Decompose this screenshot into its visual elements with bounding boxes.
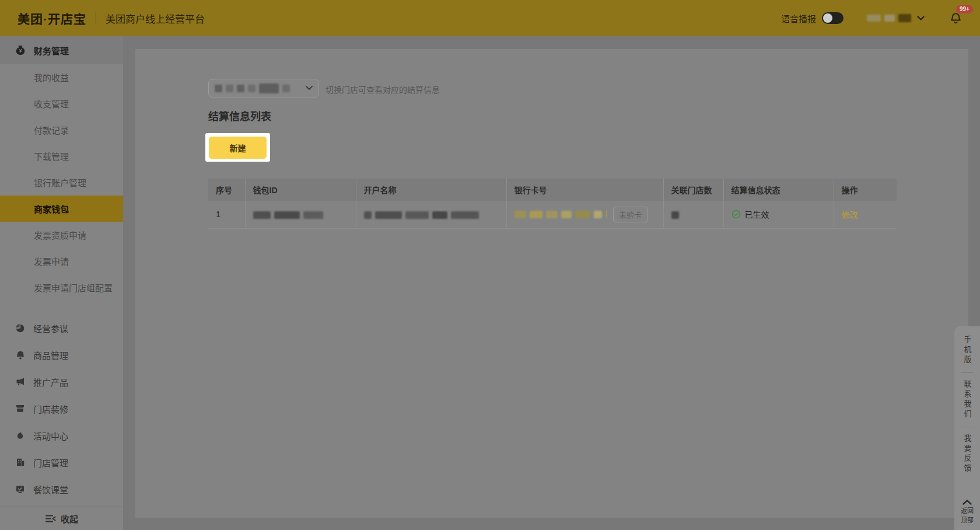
store-select-dropdown[interactable] [208,79,319,97]
classroom-book-icon [15,484,25,494]
chevron-down-icon [917,16,925,21]
sidebar-item-merchant-wallet[interactable]: 商家钱包 [0,196,123,222]
back-to-top-button[interactable]: 返回顶部 [960,500,974,525]
toolbar-divider [961,427,974,427]
header-right-group: 语音播报 99+ [781,11,963,25]
svg-text:¥: ¥ [19,48,22,54]
voice-broadcast-toggle[interactable] [822,12,844,24]
store-count-redacted [671,211,679,219]
bank-card-redacted [514,211,602,218]
shop-building-icon [15,458,25,467]
table-row: 1 [208,201,897,228]
col-header-wallet-id: 钱包ID [245,179,356,201]
sidebar-item-download-management[interactable]: 下载管理 [0,143,123,169]
cell-bank-card: | 未验卡 [506,201,663,228]
toolbar-divider [961,372,974,373]
col-header-index: 序号 [208,179,245,201]
account-name-redacted [364,211,479,219]
card-unverified-tag: 未验卡 [613,207,648,222]
app-root: 美团·开店宝 美团商户线上经营平台 语音播报 99+ [0,0,980,530]
right-side-toolbar: 手机版 联系我们 我要反馈 返回顶部 [954,326,980,530]
sidebar-gap [0,301,123,315]
sidebar-item-invoice-apply[interactable]: 发票申请 [0,248,123,274]
storefront-icon [15,404,25,413]
toolbar-item-feedback[interactable]: 我要反馈 [964,434,971,474]
header-divider [96,12,96,25]
status-text: 已生效 [745,208,769,220]
wallet-id-redacted [253,211,323,219]
col-header-status: 结算信息状态 [723,179,834,201]
page-title: 结算信息列表 [208,108,271,123]
sidebar-nav: ¥ 财务管理 我的收益 收支管理 付款记录 下载管理 银行账户管理 商家钱包 发… [0,36,123,530]
sidebar-section-label: 财务管理 [34,44,69,57]
sidebar-section-finance[interactable]: ¥ 财务管理 [0,36,123,64]
toggle-knob [823,13,832,23]
flame-icon [15,431,25,441]
table-header-row: 序号 钱包ID 开户名称 银行卡号 关联门店数 结算信息状态 操作 [208,179,897,201]
megaphone-icon [15,377,25,386]
strategy-pie-icon [15,323,25,333]
settlement-table: 序号 钱包ID 开户名称 银行卡号 关联门店数 结算信息状态 操作 1 [208,179,897,229]
sidebar-item-invoice-store-group[interactable]: 发票申请门店组配置 [0,274,123,301]
meituan-logo: 美团·开店宝 [18,9,86,27]
goods-bell-icon [15,350,25,360]
cell-status: 已生效 [723,201,834,228]
highlight-ring: 新建 [205,133,270,162]
cell-action: 修改 [834,201,897,228]
modify-link[interactable]: 修改 [842,210,858,219]
account-name-redacted [867,14,911,22]
col-header-store-count: 关联门店数 [663,179,723,201]
col-header-action: 操作 [834,179,897,201]
sidebar-item-promotion-products[interactable]: 推广产品 [0,368,123,395]
main-content-panel: 切换门店可查看对应的结算信息 结算信息列表 新建 序号 钱包ID 开户名称 银行… [135,49,968,518]
sidebar-collapse-button[interactable]: 收起 [0,507,123,530]
sidebar-item-payment-records[interactable]: 付款记录 [0,117,123,143]
sidebar-item-bank-account[interactable]: 银行账户管理 [0,169,123,196]
sidebar-item-goods-management[interactable]: 商品管理 [0,341,123,368]
platform-subtitle: 美团商户线上经营平台 [106,11,205,26]
back-to-top-label: 返回顶部 [960,507,974,525]
card-separator: | [605,209,607,218]
toolbar-item-mobile-version[interactable]: 手机版 [964,336,971,365]
chevron-up-icon [963,500,972,505]
toolbar-item-contact-us[interactable]: 联系我们 [964,380,971,420]
sidebar-item-catering-classroom[interactable]: 餐饮课堂 [0,476,123,503]
cell-store-count [663,201,723,228]
collapse-icon [45,514,56,523]
sidebar-item-activity-center[interactable]: 活动中心 [0,422,123,449]
chevron-down-icon [306,86,313,90]
voice-broadcast-label: 语音播报 [781,12,816,25]
sidebar-item-business-strategy[interactable]: 经营参谋 [0,315,123,341]
cell-index: 1 [208,201,245,228]
col-header-bank-card: 银行卡号 [506,179,663,201]
top-header: 美团·开店宝 美团商户线上经营平台 语音播报 99+ [0,0,980,36]
cell-wallet-id [245,201,356,228]
sidebar-item-income-expense[interactable]: 收支管理 [0,90,123,117]
store-name-redacted [215,83,290,93]
account-dropdown[interactable] [867,14,925,22]
notification-badge: 99+ [956,5,973,13]
cell-account-name [356,201,506,228]
sidebar-item-invoice-qualification[interactable]: 发票资质申请 [0,222,123,248]
sidebar-item-store-management[interactable]: 门店管理 [0,449,123,476]
money-bag-icon: ¥ [15,45,26,55]
store-switch-hint: 切换门店可查看对应的结算信息 [326,83,440,95]
sidebar-item-store-decoration[interactable]: 门店装修 [0,395,123,422]
check-circle-icon [732,210,741,219]
col-header-account-name: 开户名称 [356,179,506,201]
notification-bell[interactable]: 99+ [949,11,963,25]
new-button[interactable]: 新建 [209,137,267,159]
sidebar-item-my-earnings[interactable]: 我的收益 [0,64,123,90]
